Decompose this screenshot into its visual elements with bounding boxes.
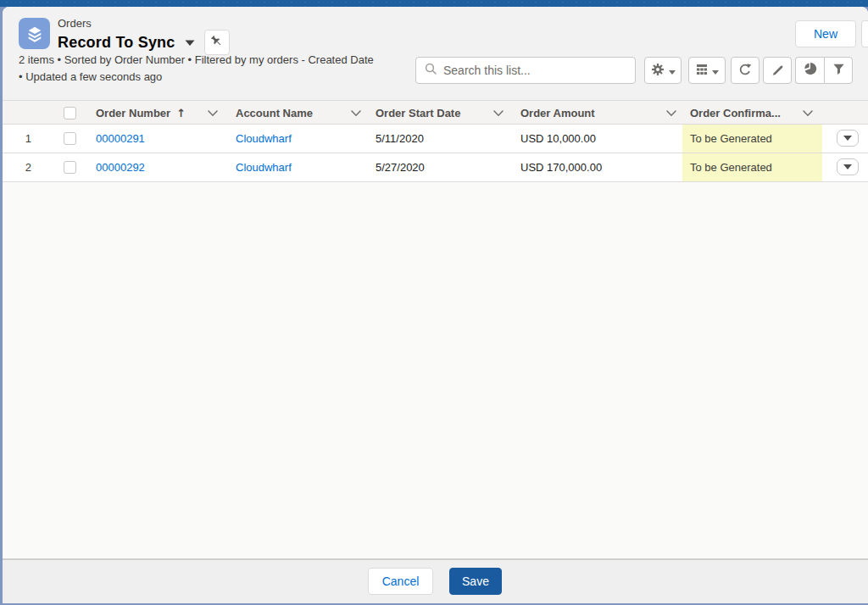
order-confirmation-cell-edited[interactable]: To be Generated xyxy=(682,125,822,153)
table-empty-area xyxy=(3,182,868,558)
list-view-selector-caret-icon[interactable] xyxy=(185,40,195,47)
chart-filter-button-group xyxy=(795,57,853,84)
account-name-link[interactable]: Cloudwharf xyxy=(236,132,292,145)
column-menu-order-start-date[interactable] xyxy=(492,101,505,125)
sort-ascending-icon: ↑ xyxy=(176,107,186,119)
order-number-link[interactable]: 00000292 xyxy=(96,161,145,174)
account-name-cell: Cloudwharf xyxy=(236,125,292,153)
row-checkbox[interactable] xyxy=(64,132,76,145)
column-header-order-amount[interactable]: Order Amount xyxy=(520,101,595,125)
charts-button[interactable] xyxy=(795,57,824,84)
column-menu-order-amount[interactable] xyxy=(665,101,678,125)
column-menu-order-confirmation[interactable] xyxy=(801,101,815,125)
refresh-icon xyxy=(738,63,752,79)
order-confirmation-cell-edited[interactable]: To be Generated xyxy=(682,153,822,181)
column-menu-account-name[interactable] xyxy=(349,101,363,125)
top-accent-bar xyxy=(0,0,868,7)
caret-down-icon xyxy=(843,136,852,141)
pencil-icon xyxy=(771,63,784,78)
salesforce-list-view-screen: Orders Record To Sync 2 items • Sorted b… xyxy=(0,0,868,605)
column-label: Order Start Date xyxy=(376,107,460,119)
pin-list-button[interactable] xyxy=(204,30,230,55)
order-number-cell: 00000292 xyxy=(96,153,145,181)
caret-down-icon xyxy=(712,64,719,77)
orders-object-icon xyxy=(19,18,50,49)
list-summary-line2: • Updated a few seconds ago xyxy=(19,70,162,83)
column-header-order-confirmation[interactable]: Order Confirma... xyxy=(690,101,781,125)
stacked-layers-icon xyxy=(25,25,44,43)
pin-icon xyxy=(209,34,224,51)
column-header-order-start-date[interactable]: Order Start Date xyxy=(376,101,460,125)
column-label: Order Confirma... xyxy=(690,107,781,119)
row-number: 2 xyxy=(3,153,31,181)
table-row: 1 00000291 Cloudwharf 5/11/2020 USD 10,0… xyxy=(3,125,868,153)
inline-edit-button[interactable] xyxy=(763,57,792,84)
refresh-button[interactable] xyxy=(731,57,760,84)
list-settings-button[interactable] xyxy=(644,57,682,84)
inline-edit-footer xyxy=(3,558,868,603)
column-menu-order-number[interactable] xyxy=(206,101,220,125)
account-name-link[interactable]: Cloudwharf xyxy=(236,161,292,174)
select-all-checkbox[interactable] xyxy=(64,107,76,119)
search-box[interactable] xyxy=(415,57,636,84)
search-icon xyxy=(425,63,437,78)
save-button[interactable]: Save xyxy=(449,568,502,595)
column-header-account-name[interactable]: Account Name xyxy=(236,101,313,125)
order-number-link[interactable]: 00000291 xyxy=(96,132,145,145)
row-number: 1 xyxy=(3,125,31,153)
order-confirmation-value: To be Generated xyxy=(690,153,822,181)
pie-chart-icon xyxy=(804,62,817,79)
account-name-cell: Cloudwharf xyxy=(236,153,292,181)
filters-button[interactable] xyxy=(824,57,853,84)
list-summary-line1: 2 items • Sorted by Order Number • Filte… xyxy=(19,53,374,66)
column-label: Account Name xyxy=(236,107,313,119)
column-label: Order Amount xyxy=(520,107,595,119)
new-button[interactable]: New xyxy=(795,20,856,47)
gear-icon xyxy=(651,63,665,79)
order-start-date-cell: 5/11/2020 xyxy=(376,125,424,153)
row-actions-button[interactable] xyxy=(837,130,859,147)
list-view-title: Record To Sync xyxy=(58,34,175,52)
caret-down-icon xyxy=(843,164,852,169)
row-checkbox[interactable] xyxy=(64,161,76,174)
caret-down-icon xyxy=(669,64,676,77)
order-amount-cell: USD 170,000.00 xyxy=(520,153,602,181)
order-amount-cell: USD 10,000.00 xyxy=(520,125,596,153)
order-number-cell: 00000291 xyxy=(96,125,145,153)
entity-label: Orders xyxy=(58,17,92,30)
column-header-order-number[interactable]: Order Number↑ xyxy=(96,101,186,125)
search-input[interactable] xyxy=(443,64,613,77)
column-label: Order Number xyxy=(96,107,170,119)
order-start-date-cell: 5/27/2020 xyxy=(376,153,425,181)
table-grid-icon xyxy=(696,64,708,78)
row-actions-button[interactable] xyxy=(837,158,859,175)
cancel-button[interactable]: Cancel xyxy=(368,568,433,595)
cutoff-button[interactable] xyxy=(861,20,868,47)
display-as-button[interactable] xyxy=(688,57,726,84)
order-confirmation-value: To be Generated xyxy=(690,125,822,153)
table-row: 2 00000292 Cloudwharf 5/27/2020 USD 170,… xyxy=(3,153,868,182)
title-row: Record To Sync xyxy=(58,30,230,55)
table-header-row: Order Number↑ Account Name Order Start D… xyxy=(3,100,868,125)
funnel-icon xyxy=(832,63,845,79)
